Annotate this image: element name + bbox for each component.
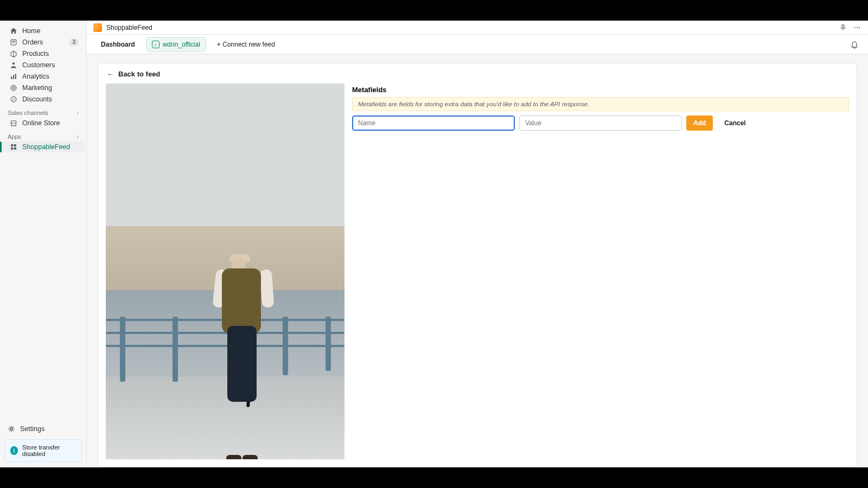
nav-marketing[interactable]: Marketing xyxy=(2,82,84,93)
metafields-title: Metafields xyxy=(352,84,849,97)
chevron-right-icon: › xyxy=(76,110,79,116)
app-root: Home Orders 3 Products Customers Analyti… xyxy=(0,21,868,467)
svg-rect-2 xyxy=(11,76,12,79)
tab-label: + Connect new feed xyxy=(217,41,275,48)
nav-label: Analytics xyxy=(22,73,79,80)
svg-point-12 xyxy=(10,428,12,430)
main-column: ShoppableFeed Dashboard ♪ wdnn_official … xyxy=(87,21,868,467)
svg-point-6 xyxy=(12,87,15,89)
tab-label: Dashboard xyxy=(101,41,135,48)
metafields-hint: Metafields are fields for storing extra … xyxy=(352,97,849,111)
nav-discounts[interactable]: Discounts xyxy=(2,94,84,105)
nav-label: ShoppableFeed xyxy=(22,143,79,151)
transfer-note-text: Store transfer disabled xyxy=(22,444,76,457)
back-to-feed[interactable]: ← Back to feed xyxy=(98,63,857,84)
section-label: Apps xyxy=(8,133,21,140)
tab-label: wdnn_official xyxy=(163,41,200,48)
back-label: Back to feed xyxy=(118,70,160,78)
app-logo xyxy=(93,23,102,32)
svg-point-15 xyxy=(859,27,860,28)
home-icon xyxy=(10,27,17,35)
svg-rect-3 xyxy=(13,75,14,79)
svg-point-1 xyxy=(12,62,15,65)
content-card: ← Back to feed xyxy=(98,63,857,467)
notifications-icon[interactable] xyxy=(850,40,859,49)
tab-connect-new-feed[interactable]: + Connect new feed xyxy=(212,37,280,52)
orders-badge: 3 xyxy=(69,38,79,46)
nav-label: Orders xyxy=(22,38,64,46)
analytics-icon xyxy=(10,73,17,80)
card-body: Metafields Metafields are fields for sto… xyxy=(98,84,857,467)
svg-point-5 xyxy=(11,85,16,91)
svg-rect-4 xyxy=(15,74,16,79)
metafields-panel: Metafields Metafields are fields for sto… xyxy=(352,84,849,459)
svg-rect-9 xyxy=(14,144,16,146)
orders-icon xyxy=(10,38,17,46)
nav-label: Products xyxy=(22,50,79,57)
svg-rect-11 xyxy=(14,147,16,150)
nav-products[interactable]: Products xyxy=(2,48,84,59)
customers-icon xyxy=(10,61,17,69)
metafield-input-row: Add Cancel xyxy=(352,115,849,131)
store-icon xyxy=(10,119,17,127)
tab-dashboard[interactable]: Dashboard xyxy=(95,37,141,52)
svg-point-14 xyxy=(857,27,858,28)
app-body: ← Back to feed xyxy=(87,54,868,467)
add-button[interactable]: Add xyxy=(686,115,713,131)
section-sales-channels[interactable]: Sales channels › xyxy=(0,105,86,117)
nav-customers[interactable]: Customers xyxy=(2,60,84,70)
tiktok-icon: ♪ xyxy=(152,41,159,48)
nav-online-store[interactable]: Online Store xyxy=(2,118,84,129)
metafield-value-input[interactable] xyxy=(519,115,682,131)
nav-app-shoppablefeed[interactable]: ShoppableFeed xyxy=(2,142,84,152)
nav-label: Customers xyxy=(22,61,79,69)
app-tabsbar: Dashboard ♪ wdnn_official + Connect new … xyxy=(87,35,868,54)
svg-point-13 xyxy=(854,27,856,28)
chevron-right-icon: › xyxy=(76,133,79,140)
nav-label: Home xyxy=(22,27,79,35)
svg-rect-10 xyxy=(11,147,13,150)
tab-feed-active[interactable]: ♪ wdnn_official xyxy=(146,37,206,52)
cancel-button[interactable]: Cancel xyxy=(717,115,752,131)
primary-nav: Home Orders 3 Products Customers Analyti… xyxy=(0,21,86,153)
app-icon xyxy=(10,143,17,151)
metafield-name-input[interactable] xyxy=(352,115,515,131)
nav-orders[interactable]: Orders 3 xyxy=(2,37,84,48)
section-label: Sales channels xyxy=(8,110,48,116)
discounts-icon xyxy=(10,95,17,103)
settings-label: Settings xyxy=(20,425,44,433)
letterbox-bottom xyxy=(0,467,868,488)
products-icon xyxy=(10,50,17,57)
section-apps[interactable]: Apps › xyxy=(0,129,86,141)
nav-label: Marketing xyxy=(22,84,79,92)
nav-label: Online Store xyxy=(22,119,79,127)
sidebar-spacer xyxy=(0,153,86,422)
admin-sidebar: Home Orders 3 Products Customers Analyti… xyxy=(0,21,87,467)
arrow-left-icon: ← xyxy=(107,70,114,78)
gear-icon xyxy=(8,425,15,433)
nav-settings[interactable]: Settings xyxy=(0,422,86,436)
embedded-app-titlebar: ShoppableFeed xyxy=(87,21,868,35)
feed-media-preview xyxy=(106,84,344,459)
titlebar-actions xyxy=(839,23,861,32)
store-transfer-note: i Store transfer disabled xyxy=(4,439,82,462)
nav-analytics[interactable]: Analytics xyxy=(2,71,84,82)
marketing-icon xyxy=(10,84,17,92)
info-icon: i xyxy=(10,446,18,455)
nav-label: Discounts xyxy=(22,95,79,103)
pin-icon[interactable] xyxy=(839,23,847,32)
nav-home[interactable]: Home xyxy=(2,25,84,36)
svg-rect-8 xyxy=(11,144,13,146)
letterbox-top xyxy=(0,0,868,21)
more-icon[interactable] xyxy=(853,23,861,32)
app-title: ShoppableFeed xyxy=(106,24,152,31)
